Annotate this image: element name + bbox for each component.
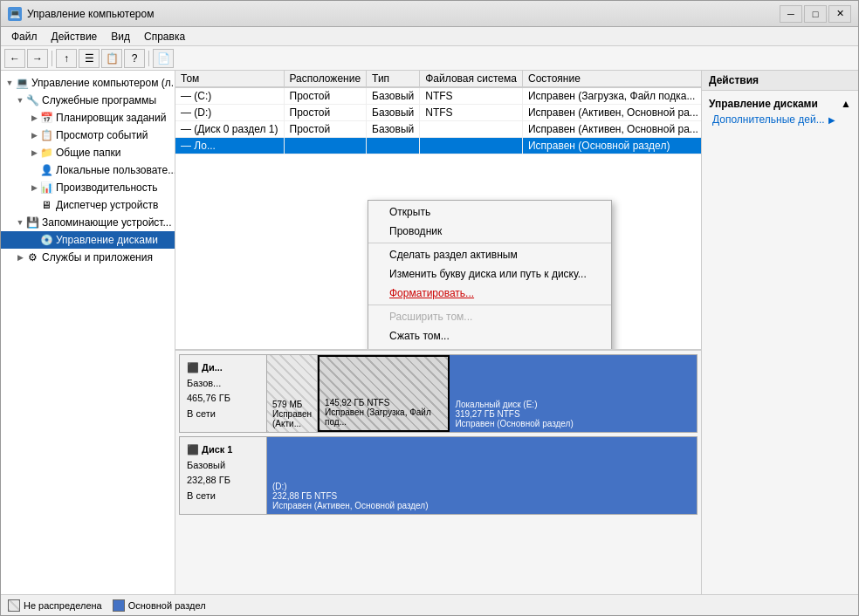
icon-scheduler: 📅 <box>39 111 53 125</box>
right-area: Том Расположение Тип Файловая система Со… <box>175 71 701 594</box>
tree-item-devices[interactable]: 🖥 Диспетчер устройств <box>1 196 175 214</box>
menu-help[interactable]: Справка <box>137 29 192 44</box>
expand-icon-storage: ▼ <box>15 217 25 228</box>
up-button[interactable]: ↑ <box>56 49 77 68</box>
ctx-sep-1 <box>368 243 611 243</box>
tree-item-services[interactable]: ▼ 🔧 Служебные программы <box>1 92 175 109</box>
status-bar: Не распределена Основной раздел <box>1 594 858 615</box>
actions-more-link[interactable]: Дополнительные дей... ▶ <box>702 112 858 127</box>
tree-item-storage[interactable]: ▼ 💾 Запоминающие устройст... <box>1 214 175 231</box>
actions-section-title: Управление дисками ▲ <box>702 94 858 112</box>
tree-item-diskmgmt[interactable]: 💿 Управление дисками <box>1 231 175 249</box>
icon-svc: ⚙ <box>25 250 39 264</box>
tree-item-users[interactable]: 👤 Локальные пользовате... <box>1 161 175 179</box>
table-row-selected[interactable]: — Ло... Исправен (Основной раздел) <box>175 138 701 154</box>
partition-d[interactable]: (D:) 232,88 ГБ NTFS Исправен (Активен, О… <box>267 437 697 514</box>
actions-section-label: Управление дисками <box>709 98 818 110</box>
cell-rasp: Простой <box>284 105 367 121</box>
ctx-sep-2 <box>368 305 611 305</box>
cell-tom: — (C:) <box>175 87 284 105</box>
disk-1-partitions: (D:) 232,88 ГБ NTFS Исправен (Активен, О… <box>267 437 697 514</box>
ctx-explorer[interactable]: Проводник <box>368 222 611 241</box>
partition-name: Локальный диск (E:) <box>455 400 691 409</box>
toolbar-separator-2 <box>148 51 149 66</box>
label-users: Локальные пользовате... <box>56 164 175 176</box>
cell-tip: Базовый <box>367 105 420 121</box>
tree-item-root[interactable]: ▼ 💻 Управление компьютером (л... <box>1 74 175 92</box>
expand-icon-perf: ▶ <box>29 182 39 193</box>
cell-sost: Исправен (Активен, Основной ра... <box>522 121 701 138</box>
expand-icon-viewer: ▶ <box>29 130 39 140</box>
show-hide-button[interactable]: ☰ <box>79 49 100 68</box>
tree-item-perf[interactable]: ▶ 📊 Производительность <box>1 179 175 196</box>
ctx-make-active[interactable]: Сделать раздел активным <box>368 245 611 264</box>
label-svc: Службы и приложения <box>42 251 153 264</box>
col-header-rasp: Расположение <box>284 71 367 87</box>
legend-box-unalloc <box>8 599 20 612</box>
tree-item-scheduler[interactable]: ▶ 📅 Планировщик заданий <box>1 109 175 127</box>
partition-c[interactable]: 145,92 ГБ NTFS Исправен (Загрузка, Файл … <box>318 355 450 432</box>
help-button[interactable]: ? <box>124 49 145 68</box>
partition-unalloc[interactable]: 579 МБ Исправен (Акти... <box>267 355 318 432</box>
toolbar-separator-1 <box>52 51 52 66</box>
minimize-button[interactable]: ─ <box>780 5 802 23</box>
expand-icon-users <box>29 165 39 175</box>
ctx-change-letter[interactable]: Изменить букву диска или путь к диску... <box>368 264 611 284</box>
disk-table: Том Расположение Тип Файловая система Со… <box>175 71 701 154</box>
actions-more-label: Дополнительные дей... <box>712 113 825 126</box>
table-row[interactable]: — (Диск 0 раздел 1) Простой Базовый Испр… <box>175 121 701 138</box>
menu-action[interactable]: Действие <box>45 29 105 44</box>
menu-file[interactable]: Файл <box>4 29 45 44</box>
table-row[interactable]: — (C:) Простой Базовый NTFS Исправен (За… <box>175 87 701 105</box>
cell-tom: — Ло... <box>175 138 284 154</box>
disk-0-partitions: 579 МБ Исправен (Акти... 145,92 ГБ NTFS … <box>267 355 697 432</box>
cell-rasp <box>284 138 367 154</box>
disk-0-status: В сети <box>187 407 259 422</box>
back-button[interactable]: ← <box>4 49 25 68</box>
partition-status: Исправен (Активен, Основной раздел) <box>272 501 691 510</box>
tree-item-shared[interactable]: ▶ 📁 Общие папки <box>1 144 175 161</box>
disk-0-size: 465,76 ГБ <box>187 391 259 407</box>
cell-sost: Исправен (Основной раздел) <box>522 138 701 154</box>
label-scheduler: Планировщик заданий <box>56 112 166 124</box>
ctx-shrink[interactable]: Сжать том... <box>368 326 611 346</box>
icon-perf: 📊 <box>39 181 53 195</box>
disk-row-0: ⬛ Ди... Базов... 465,76 ГБ В сети 579 МБ… <box>179 354 698 433</box>
cell-tip: Базовый <box>367 87 420 105</box>
partition-e[interactable]: Локальный диск (E:) 319,27 ГБ NTFS Испра… <box>450 355 697 432</box>
expand-icon-shared: ▶ <box>29 147 39 158</box>
disk-1-title: ⬛ Диск 1 <box>187 442 259 458</box>
expand-icon-diskmgmt <box>29 235 39 245</box>
menu-view[interactable]: Вид <box>104 29 137 44</box>
expand-icon-svc: ▶ <box>15 252 25 263</box>
icon-diskmgmt: 💿 <box>39 233 53 247</box>
disk-1-type: Базовый <box>187 458 259 474</box>
label-diskmgmt: Управление дисками <box>56 234 158 246</box>
properties-button[interactable]: 📋 <box>101 49 122 68</box>
context-menu: Открыть Проводник Сделать раздел активны… <box>368 200 612 350</box>
cell-sost: Исправен (Активен, Основной ра... <box>522 105 701 121</box>
icon-shared: 📁 <box>39 146 53 160</box>
extra-button[interactable]: 📄 <box>153 49 174 68</box>
toolbar: ← → ↑ ☰ 📋 ? 📄 <box>1 46 858 71</box>
partition-status: Исправен (Загрузка, Файл под... <box>325 407 443 427</box>
icon-storage: 💾 <box>25 216 39 229</box>
label-root: Управление компьютером (л... <box>31 77 175 89</box>
icon-root: 💻 <box>15 76 29 90</box>
icon-services: 🔧 <box>25 93 39 107</box>
ctx-extend: Расширить том... <box>368 307 611 326</box>
maximize-button[interactable]: □ <box>804 5 827 23</box>
forward-button[interactable]: → <box>27 49 48 68</box>
table-row[interactable]: — (D:) Простой Базовый NTFS Исправен (Ак… <box>175 105 701 121</box>
close-button[interactable]: ✕ <box>828 5 851 23</box>
ctx-open[interactable]: Открыть <box>368 202 611 222</box>
disk-1-size: 232,88 ГБ <box>187 473 259 489</box>
disk-1-status: В сети <box>187 489 259 504</box>
legend-unalloc: Не распределена <box>8 599 102 612</box>
actions-arrow-icon: ▶ <box>828 115 835 125</box>
label-storage: Запоминающие устройст... <box>42 216 172 229</box>
partition-status: Исправен (Основной раздел) <box>455 419 691 428</box>
tree-item-svc[interactable]: ▶ ⚙ Службы и приложения <box>1 249 175 266</box>
ctx-format[interactable]: Форматировать... <box>368 284 611 303</box>
tree-item-viewer[interactable]: ▶ 📋 Просмотр событий <box>1 127 175 144</box>
